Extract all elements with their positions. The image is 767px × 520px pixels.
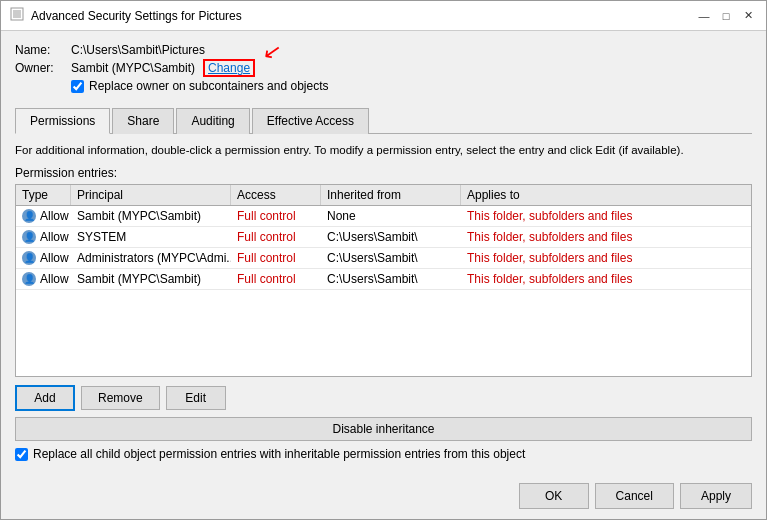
row-action-buttons: Add Remove Edit xyxy=(15,385,752,411)
tab-effective-access[interactable]: Effective Access xyxy=(252,108,369,134)
owner-label: Owner: xyxy=(15,61,63,75)
svg-rect-1 xyxy=(13,10,21,18)
tab-permissions[interactable]: Permissions xyxy=(15,108,110,134)
cell-principal-3: Sambit (MYPC\Sambit) xyxy=(71,269,231,289)
user-icon-3: 👤 xyxy=(22,272,36,286)
tabs-bar: Permissions Share Auditing Effective Acc… xyxy=(15,107,752,134)
permissions-table: Type Principal Access Inherited from App… xyxy=(15,184,752,377)
cell-type-3: 👤 Allow xyxy=(16,269,71,289)
cell-type-2: 👤 Allow xyxy=(16,248,71,268)
user-icon-2: 👤 xyxy=(22,251,36,265)
tab-share[interactable]: Share xyxy=(112,108,174,134)
col-principal: Principal xyxy=(71,185,231,205)
bottom-checkbox-row: Replace all child object permission entr… xyxy=(15,447,752,461)
ok-button[interactable]: OK xyxy=(519,483,589,509)
cell-principal-1: SYSTEM xyxy=(71,227,231,247)
remove-button[interactable]: Remove xyxy=(81,386,160,410)
title-controls: — □ ✕ xyxy=(694,6,758,26)
apply-button[interactable]: Apply xyxy=(680,483,752,509)
change-link[interactable]: Change xyxy=(203,59,255,77)
cell-inherited-0: None xyxy=(321,206,461,226)
owner-row: Owner: Sambit (MYPC\Sambit) Change ↙ xyxy=(15,61,752,75)
cell-type-0: 👤 Allow xyxy=(16,206,71,226)
main-window: Advanced Security Settings for Pictures … xyxy=(0,0,767,520)
name-row: Name: C:\Users\Sambit\Pictures xyxy=(15,43,752,57)
cell-inherited-1: C:\Users\Sambit\ xyxy=(321,227,461,247)
add-button[interactable]: Add xyxy=(15,385,75,411)
user-icon-0: 👤 xyxy=(22,209,36,223)
minimize-button[interactable]: — xyxy=(694,6,714,26)
name-value: C:\Users\Sambit\Pictures xyxy=(71,43,205,57)
cell-principal-0: Sambit (MYPC\Sambit) xyxy=(71,206,231,226)
window-title: Advanced Security Settings for Pictures xyxy=(31,9,242,23)
info-section: Name: C:\Users\Sambit\Pictures Owner: Sa… xyxy=(15,43,752,99)
window-icon xyxy=(9,6,25,25)
col-inherited: Inherited from xyxy=(321,185,461,205)
table-header: Type Principal Access Inherited from App… xyxy=(16,185,751,206)
replace-owner-checkbox-row: Replace owner on subcontainers and objec… xyxy=(71,79,752,93)
table-row[interactable]: 👤 Allow Sambit (MYPC\Sambit) Full contro… xyxy=(16,269,751,290)
col-access: Access xyxy=(231,185,321,205)
cell-type-1: 👤 Allow xyxy=(16,227,71,247)
cancel-button[interactable]: Cancel xyxy=(595,483,674,509)
content-area: Name: C:\Users\Sambit\Pictures Owner: Sa… xyxy=(1,31,766,477)
cell-access-2: Full control xyxy=(231,248,321,268)
footer: OK Cancel Apply xyxy=(1,477,766,519)
cell-access-0: Full control xyxy=(231,206,321,226)
cell-appliesto-3: This folder, subfolders and files xyxy=(461,269,641,289)
cell-inherited-2: C:\Users\Sambit\ xyxy=(321,248,461,268)
col-type: Type xyxy=(16,185,71,205)
cell-access-3: Full control xyxy=(231,269,321,289)
edit-button[interactable]: Edit xyxy=(166,386,226,410)
tab-auditing[interactable]: Auditing xyxy=(176,108,249,134)
table-row[interactable]: 👤 Allow Sambit (MYPC\Sambit) Full contro… xyxy=(16,206,751,227)
table-row[interactable]: 👤 Allow SYSTEM Full control C:\Users\Sam… xyxy=(16,227,751,248)
replace-all-checkbox[interactable] xyxy=(15,448,28,461)
permission-entries-label: Permission entries: xyxy=(15,166,752,180)
owner-value: Sambit (MYPC\Sambit) xyxy=(71,61,195,75)
maximize-button[interactable]: □ xyxy=(716,6,736,26)
replace-all-label[interactable]: Replace all child object permission entr… xyxy=(33,447,525,461)
cell-appliesto-0: This folder, subfolders and files xyxy=(461,206,641,226)
info-text: For additional information, double-click… xyxy=(15,142,752,158)
cell-inherited-3: C:\Users\Sambit\ xyxy=(321,269,461,289)
table-row[interactable]: 👤 Allow Administrators (MYPC\Admi... Ful… xyxy=(16,248,751,269)
cell-appliesto-2: This folder, subfolders and files xyxy=(461,248,641,268)
replace-owner-label[interactable]: Replace owner on subcontainers and objec… xyxy=(89,79,328,93)
title-bar: Advanced Security Settings for Pictures … xyxy=(1,1,766,31)
title-bar-left: Advanced Security Settings for Pictures xyxy=(9,6,242,25)
close-button[interactable]: ✕ xyxy=(738,6,758,26)
replace-owner-checkbox[interactable] xyxy=(71,80,84,93)
cell-principal-2: Administrators (MYPC\Admi... xyxy=(71,248,231,268)
cell-appliesto-1: This folder, subfolders and files xyxy=(461,227,641,247)
user-icon-1: 👤 xyxy=(22,230,36,244)
cell-access-1: Full control xyxy=(231,227,321,247)
name-label: Name: xyxy=(15,43,63,57)
col-appliesto: Applies to xyxy=(461,185,641,205)
disable-inheritance-button[interactable]: Disable inheritance xyxy=(15,417,752,441)
